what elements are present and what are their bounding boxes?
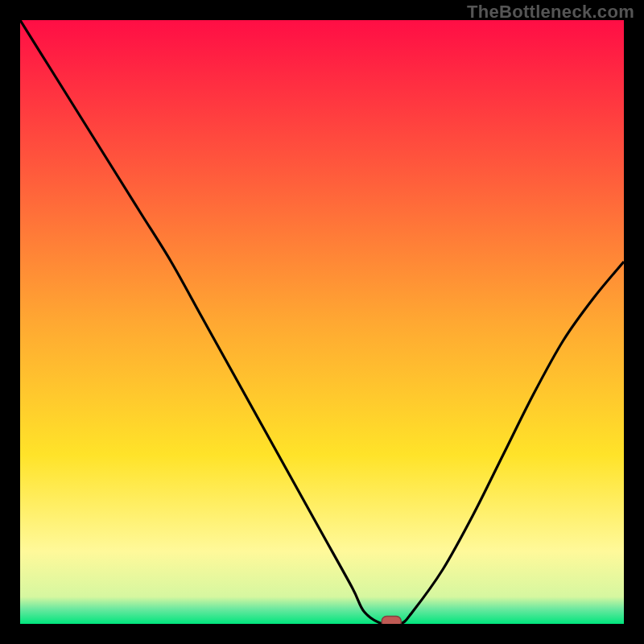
minimum-marker bbox=[382, 617, 401, 625]
viewport: TheBottleneck.com bbox=[0, 0, 644, 644]
watermark-text: TheBottleneck.com bbox=[467, 2, 634, 23]
bottleneck-chart bbox=[20, 20, 624, 624]
plot-frame bbox=[20, 20, 624, 624]
